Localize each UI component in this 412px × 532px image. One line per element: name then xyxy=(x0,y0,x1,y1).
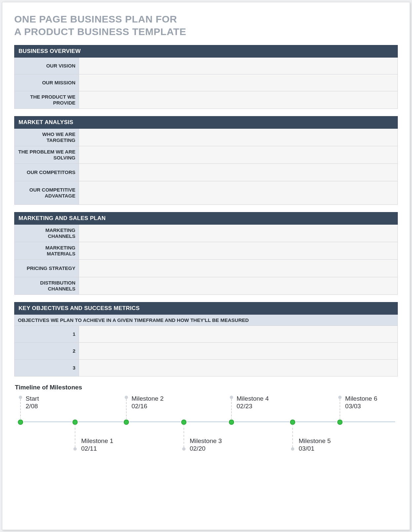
timeline-connector xyxy=(340,399,340,420)
timeline-dot-icon xyxy=(124,420,129,425)
timeline-label: Milestone 603/03 xyxy=(345,395,377,410)
timeline-connector xyxy=(126,399,127,420)
row-value[interactable] xyxy=(79,74,398,91)
row-value[interactable] xyxy=(79,360,398,377)
row-label: THE PROBLEM WE ARE SOLVING xyxy=(14,146,79,164)
row-objective-2: 2 xyxy=(14,343,398,360)
row-label: OUR COMPETITORS xyxy=(14,164,79,181)
section-objectives: KEY OBJECTIVES AND SUCCESS METRICS OBJEC… xyxy=(14,302,398,377)
row-value[interactable] xyxy=(79,260,398,277)
timeline-dot-icon xyxy=(72,420,78,425)
timeline-chart: Start2/08Milestone 102/11Milestone 202/1… xyxy=(14,396,398,472)
timeline-label: Milestone 503/01 xyxy=(299,437,331,453)
row-problem: THE PROBLEM WE ARE SOLVING xyxy=(14,146,398,164)
timeline-dot-icon xyxy=(181,420,186,425)
row-label: THE PRODUCT WE PROVIDE xyxy=(14,91,79,109)
row-label: WHO WE ARE TARGETING xyxy=(14,129,79,146)
row-value[interactable] xyxy=(79,225,398,242)
timeline-pin-icon xyxy=(125,396,128,399)
timeline-title: Timeline of Milestones xyxy=(15,384,398,391)
timeline-dot-icon xyxy=(18,420,23,425)
row-product: THE PRODUCT WE PROVIDE xyxy=(14,91,398,109)
section-business-overview: BUSINESS OVERVIEW OUR VISION OUR MISSION… xyxy=(14,45,398,109)
timeline-milestone-name: Milestone 5 xyxy=(299,437,331,445)
timeline-milestone-date: 03/01 xyxy=(299,445,331,453)
row-value[interactable] xyxy=(79,91,398,109)
row-channels: MARKETING CHANNELS xyxy=(14,225,398,242)
timeline-milestone-date: 02/16 xyxy=(132,403,164,410)
timeline-connector xyxy=(231,399,232,420)
timeline-pin-icon xyxy=(19,396,22,399)
timeline-milestone-date: 02/23 xyxy=(237,403,269,410)
timeline-connector xyxy=(292,424,293,447)
timeline-milestone-name: Milestone 2 xyxy=(132,395,164,403)
section-header: MARKET ANALYSIS xyxy=(14,116,398,129)
row-value[interactable] xyxy=(79,181,398,205)
title-line-1: ONE PAGE BUSINESS PLAN FOR xyxy=(14,14,177,24)
timeline-milestone-date: 03/03 xyxy=(345,403,377,410)
timeline-connector xyxy=(75,424,75,447)
row-value[interactable] xyxy=(79,326,398,343)
row-value[interactable] xyxy=(79,343,398,360)
row-label: PRICING STRATEGY xyxy=(14,260,79,277)
row-advantage: OUR COMPETITIVE ADVANTAGE xyxy=(14,181,398,205)
timeline-pin-icon xyxy=(291,447,294,451)
section-marketing-plan: MARKETING AND SALES PLAN MARKETING CHANN… xyxy=(14,212,398,295)
timeline-label: Start2/08 xyxy=(26,395,39,410)
title-line-2: A PRODUCT BUSINESS TEMPLATE xyxy=(14,26,186,37)
timeline-dot-icon xyxy=(229,420,234,425)
timeline-milestone-name: Milestone 6 xyxy=(345,395,377,403)
timeline-label: Milestone 102/11 xyxy=(81,437,113,453)
row-value[interactable] xyxy=(79,146,398,164)
timeline-label: Milestone 202/16 xyxy=(132,395,164,410)
section-header: KEY OBJECTIVES AND SUCCESS METRICS xyxy=(14,302,398,315)
timeline-pin-icon xyxy=(182,447,185,451)
row-label: OUR MISSION xyxy=(14,74,79,91)
timeline-milestone-date: 02/11 xyxy=(81,445,113,453)
row-value[interactable] xyxy=(79,277,398,295)
row-mission: OUR MISSION xyxy=(14,74,398,91)
row-pricing: PRICING STRATEGY xyxy=(14,260,398,277)
row-competitors: OUR COMPETITORS xyxy=(14,164,398,181)
section-subheader: OBJECTIVES WE PLAN TO ACHIEVE IN A GIVEN… xyxy=(14,315,398,326)
page-title: ONE PAGE BUSINESS PLAN FOR A PRODUCT BUS… xyxy=(14,13,398,38)
timeline-connector xyxy=(20,399,21,420)
row-label: OUR VISION xyxy=(14,58,79,74)
timeline-dot-icon xyxy=(337,420,343,425)
section-market-analysis: MARKET ANALYSIS WHO WE ARE TARGETING THE… xyxy=(14,116,398,205)
section-header: BUSINESS OVERVIEW xyxy=(14,45,398,58)
row-label: DISTRIBUTION CHANNELS xyxy=(14,277,79,295)
row-value[interactable] xyxy=(79,58,398,74)
row-label: 3 xyxy=(14,360,79,377)
row-distribution: DISTRIBUTION CHANNELS xyxy=(14,277,398,295)
timeline-label: Milestone 302/20 xyxy=(190,437,222,453)
timeline-milestone-date: 2/08 xyxy=(26,403,39,410)
row-objective-1: 1 xyxy=(14,326,398,343)
row-materials: MARKETING MATERIALS xyxy=(14,242,398,260)
row-label: 1 xyxy=(14,326,79,343)
timeline-milestone-name: Milestone 4 xyxy=(237,395,269,403)
row-value[interactable] xyxy=(79,129,398,146)
row-label: MARKETING MATERIALS xyxy=(14,242,79,260)
row-targeting: WHO WE ARE TARGETING xyxy=(14,129,398,146)
timeline-label: Milestone 402/23 xyxy=(237,395,269,410)
row-value[interactable] xyxy=(79,242,398,260)
row-label: 2 xyxy=(14,343,79,360)
row-label: OUR COMPETITIVE ADVANTAGE xyxy=(14,181,79,205)
timeline-milestone-date: 02/20 xyxy=(190,445,222,453)
row-value[interactable] xyxy=(79,164,398,181)
row-objective-3: 3 xyxy=(14,360,398,377)
timeline-connector xyxy=(184,424,184,447)
document-page: ONE PAGE BUSINESS PLAN FOR A PRODUCT BUS… xyxy=(2,2,410,530)
timeline-pin-icon xyxy=(338,396,342,399)
section-header: MARKETING AND SALES PLAN xyxy=(14,212,398,225)
row-label: MARKETING CHANNELS xyxy=(14,225,79,242)
timeline-pin-icon xyxy=(73,447,77,451)
timeline-milestone-name: Milestone 1 xyxy=(81,437,113,445)
timeline-milestone-name: Milestone 3 xyxy=(190,437,222,445)
timeline-pin-icon xyxy=(230,396,233,399)
row-vision: OUR VISION xyxy=(14,58,398,74)
timeline-dot-icon xyxy=(290,420,295,425)
timeline-milestone-name: Start xyxy=(26,395,39,403)
